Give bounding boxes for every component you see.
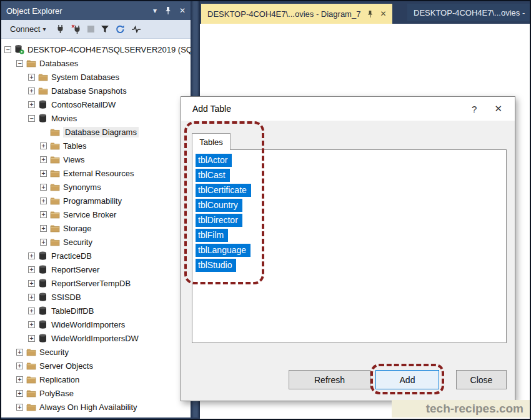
database-icon [38,113,48,123]
tree-item[interactable]: + System Databases [1,70,191,84]
tree-item[interactable]: + PracticeDB [1,249,191,262]
database-icon [38,306,48,316]
tree-item[interactable]: − Databases [1,56,191,70]
expander-icon[interactable]: + [28,335,35,342]
close-icon[interactable]: ✕ [179,6,186,15]
tree-item[interactable]: + Always On High Availability [1,400,191,414]
folder-icon [50,182,60,192]
table-list-item[interactable]: tblCertificate [196,182,506,198]
tree-item[interactable]: − DESKTOP-4COH4E7\SQLSERVER2019 (SQ [1,42,191,56]
expander-icon[interactable]: + [28,266,35,273]
expander-icon[interactable]: + [28,294,35,301]
database-icon [38,333,48,343]
refresh-button[interactable]: Refresh [289,370,370,389]
tree-item[interactable]: + Synonyms [1,180,191,194]
tree-item[interactable]: + Management [1,414,191,418]
tree-item[interactable]: + Tables [1,139,191,152]
add-button[interactable]: Add [375,370,439,389]
tree-item[interactable]: + Replication [1,372,191,386]
tree-item[interactable]: + Programmability [1,194,191,208]
tree-item[interactable]: Database Diagrams [1,125,191,139]
expander-icon[interactable]: + [40,225,47,232]
expander-icon[interactable]: + [16,362,23,369]
stop-icon[interactable] [87,26,94,32]
expander-icon[interactable]: + [28,74,35,81]
tree-item[interactable]: + WideWorldImportersDW [1,331,191,345]
database-icon [38,251,48,261]
tree-item-label: Always On High Availability [39,402,137,412]
expander-icon[interactable]: + [40,239,47,246]
expander-icon[interactable]: + [40,156,47,163]
expander-icon[interactable]: + [16,404,23,411]
folder-icon [38,86,48,96]
tree-item[interactable]: + ReportServerTempDB [1,276,191,290]
tree-item-label: PracticeDB [51,251,92,261]
expander-icon[interactable]: + [16,418,23,418]
tree-item[interactable]: + Views [1,152,191,166]
tree-item[interactable]: − Movies [1,111,191,125]
tree-item-label: External Resources [63,169,134,178]
tree-item-label: System Databases [51,72,119,82]
window-menu-icon[interactable]: ▾ [153,6,157,15]
expander-icon[interactable]: − [28,115,35,122]
expander-icon[interactable]: + [40,170,47,177]
expander-icon[interactable]: + [40,184,47,191]
table-list-item[interactable]: tblCountry [196,198,506,212]
expander-icon[interactable]: + [16,376,23,383]
expander-icon[interactable]: + [40,211,47,218]
connect-button[interactable]: Connect ▾ [6,23,49,35]
tree-item-label: Management [39,416,87,418]
tree-item[interactable]: + ReportServer [1,262,191,276]
tree-item[interactable]: + External Resources [1,166,191,180]
tree-item[interactable]: + Security [1,345,191,359]
tree-item[interactable]: + Security [1,235,191,249]
pin-icon[interactable] [367,10,374,18]
tree-item[interactable]: + Storage [1,221,191,235]
expander-icon[interactable]: + [28,308,35,314]
refresh-icon[interactable] [116,24,125,34]
table-list-item[interactable]: tblStudio [196,258,506,272]
tree-item[interactable]: + Service Broker [1,208,191,221]
tree-item[interactable]: + Server Objects [1,359,191,372]
tree-item-label: WideWorldImportersDW [51,334,139,343]
tree-item[interactable]: + ContosoRetailDW [1,98,191,111]
connect-plug-icon[interactable] [56,24,65,34]
filter-icon[interactable] [101,25,109,34]
tree-item[interactable]: + WideWorldImporters [1,318,191,331]
close-icon[interactable]: ✕ [380,9,386,18]
expander-icon[interactable]: − [16,60,23,67]
expander-icon[interactable]: + [40,142,47,149]
table-list-item[interactable]: tblFilm [196,228,506,242]
tree-item-label: Storage [63,224,92,233]
table-list-item[interactable]: tblCast [196,168,506,182]
tree-item[interactable]: + Database Snapshots [1,84,191,98]
help-icon[interactable]: ? [463,104,485,114]
folder-icon [26,416,36,418]
tree-item[interactable]: + SSISDB [1,290,191,304]
disconnect-plug-icon[interactable] [71,24,81,34]
tree-item[interactable]: + TableDiffDB [1,304,191,318]
tab-diagram-7[interactable]: DESKTOP-4COH4E7\...ovies - Diagram_7 ✕ [201,4,392,24]
tab-movies-secondary[interactable]: DESKTOP-4COH4E7\...ovies - [407,4,531,21]
dialog-title-bar: Add Table ? ✕ [181,97,515,121]
close-button[interactable]: Close [456,370,507,389]
table-list-item[interactable]: tblActor [196,152,506,168]
table-list-item[interactable]: tblLanguage [196,242,506,258]
expander-icon[interactable]: + [28,88,35,94]
expander-icon[interactable]: + [40,198,47,204]
tree-item[interactable]: + PolyBase [1,386,191,400]
folder-icon [26,361,36,371]
expander-icon[interactable]: + [16,349,23,356]
pin-icon[interactable] [164,6,172,15]
activity-monitor-icon[interactable] [131,25,141,34]
expander-icon[interactable]: + [28,101,35,108]
close-icon[interactable]: ✕ [485,103,506,114]
expander-icon[interactable]: + [28,280,35,287]
tab-tables[interactable]: Tables [192,133,231,150]
expander-icon[interactable]: + [28,321,35,328]
expander-icon[interactable]: + [28,252,35,259]
table-list-item[interactable]: tblDirector [196,212,506,228]
expander-icon[interactable]: + [16,390,23,397]
folder-icon [50,127,60,137]
expander-icon[interactable]: − [4,46,11,53]
